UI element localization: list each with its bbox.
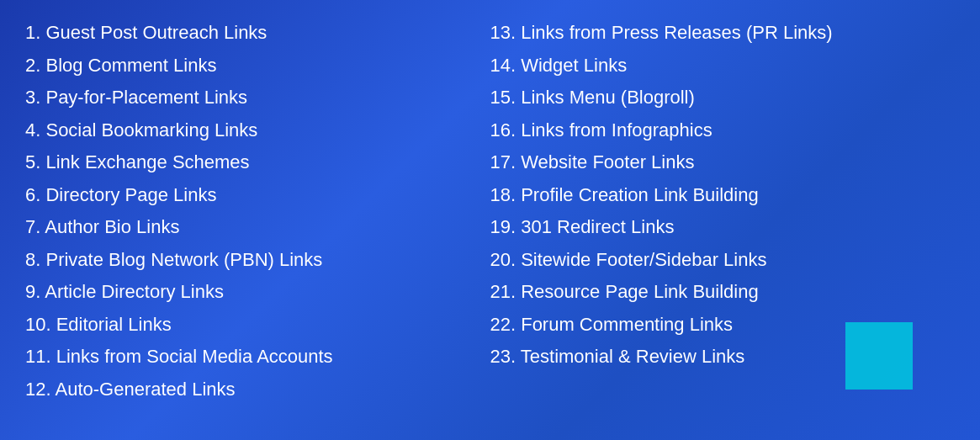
list-item-left-5: 5. Link Exchange Schemes [25, 146, 490, 179]
list-item-left-1: 1. Guest Post Outreach Links [25, 17, 490, 50]
main-container: 1. Guest Post Outreach Links2. Blog Comm… [0, 0, 980, 440]
list-item-right-16: 16. Links from Infographics [490, 114, 956, 147]
accent-decoration [845, 322, 913, 390]
list-item-left-8: 8. Private Blog Network (PBN) Links [25, 244, 490, 277]
list-item-right-14: 14. Widget Links [490, 50, 956, 82]
list-item-left-6: 6. Directory Page Links [25, 179, 490, 212]
list-item-left-3: 3. Pay-for-Placement Links [25, 82, 490, 114]
list-item-right-17: 17. Website Footer Links [490, 146, 956, 179]
list-item-right-15: 15. Links Menu (Blogroll) [490, 82, 956, 114]
list-item-left-10: 10. Editorial Links [25, 309, 490, 342]
left-column: 1. Guest Post Outreach Links2. Blog Comm… [25, 17, 490, 423]
list-item-left-7: 7. Author Bio Links [25, 211, 490, 244]
list-item-left-9: 9. Article Directory Links [25, 276, 490, 309]
list-item-left-2: 2. Blog Comment Links [25, 50, 490, 82]
list-item-right-18: 18. Profile Creation Link Building [490, 179, 956, 212]
list-item-left-11: 11. Links from Social Media Accounts [25, 341, 490, 374]
list-item-left-12: 12. Auto-Generated Links [25, 374, 490, 406]
list-item-right-21: 21. Resource Page Link Building [490, 276, 956, 309]
list-item-right-20: 20. Sitewide Footer/Sidebar Links [490, 244, 956, 277]
list-item-left-4: 4. Social Bookmarking Links [25, 114, 490, 147]
list-item-right-19: 19. 301 Redirect Links [490, 211, 956, 244]
list-item-right-13: 13. Links from Press Releases (PR Links) [490, 17, 956, 50]
